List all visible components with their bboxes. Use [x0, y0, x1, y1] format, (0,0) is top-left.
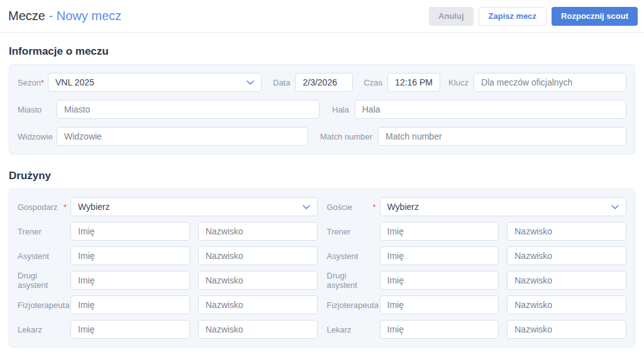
- away-coach-row: Trener: [327, 222, 627, 241]
- main-content: Informacje o meczu Sezon* VNL 2025 Data …: [0, 45, 644, 348]
- home-second-assistant-first-name-input[interactable]: [70, 271, 190, 290]
- city-label: Miasto: [18, 105, 57, 114]
- home-doctor-first-name-input[interactable]: [70, 320, 190, 339]
- away-doctor-first-name-input[interactable]: [380, 320, 499, 339]
- home-physiotherapist-last-name-input[interactable]: [198, 295, 318, 314]
- match-number-input[interactable]: [378, 127, 626, 146]
- away-doctor-row: Lekarz: [327, 320, 627, 339]
- match-info-heading: Informacje o meczu: [9, 45, 635, 58]
- home-assistant-row: Asystent: [18, 246, 318, 265]
- key-label: Klucz: [448, 78, 469, 87]
- home-assistant-last-name-input[interactable]: [198, 246, 318, 265]
- key-input[interactable]: [474, 73, 626, 92]
- match-info-row-1: Sezon* VNL 2025 Data Czas Klucz: [18, 73, 626, 92]
- header: Mecze - Nowy mecz Anuluj Zapisz mecz Roz…: [0, 0, 644, 33]
- away-doctor-last-name-input[interactable]: [507, 320, 626, 339]
- start-scout-button[interactable]: Rozpocznij scout: [552, 7, 638, 26]
- city-input[interactable]: [57, 100, 319, 119]
- home-team-select-value: Wybierz: [78, 202, 109, 212]
- hall-input[interactable]: [355, 100, 626, 119]
- away-second-assistant-first-name-input[interactable]: [380, 271, 499, 290]
- away-team-column: Goście* Wybierz Trener Asystent: [327, 197, 627, 339]
- home-doctor-label: Lekarz: [18, 325, 70, 334]
- required-marker: *: [64, 202, 67, 212]
- season-select[interactable]: VNL 2025: [48, 73, 262, 92]
- home-coach-first-name-input[interactable]: [70, 222, 190, 241]
- header-actions: Anuluj Zapisz mecz Rozpocznij scout: [429, 7, 638, 26]
- away-physiotherapist-row: Fizjoterapeuta: [327, 295, 627, 314]
- away-team-select-row: Goście* Wybierz: [327, 197, 627, 216]
- away-team-select[interactable]: Wybierz: [380, 197, 627, 216]
- spectators-label: Widzowie: [18, 132, 57, 141]
- home-coach-last-name-input[interactable]: [198, 222, 318, 241]
- page-title-main: Mecze: [8, 9, 45, 23]
- home-doctor-last-name-input[interactable]: [198, 320, 318, 339]
- away-second-assistant-label: Drugi asystent: [327, 271, 380, 290]
- home-physiotherapist-row: Fizjoterapeuta: [18, 295, 318, 314]
- match-info-panel: Sezon* VNL 2025 Data Czas Klucz Miasto H…: [9, 64, 635, 155]
- away-team-select-value: Wybierz: [387, 202, 419, 212]
- match-info-row-2: Miasto Hala: [18, 100, 626, 119]
- required-marker: *: [372, 202, 375, 212]
- away-assistant-last-name-input[interactable]: [507, 246, 626, 265]
- away-physiotherapist-label: Fizjoterapeuta: [327, 300, 380, 310]
- time-label: Czas: [364, 78, 382, 87]
- home-team-label: Gospodarz*: [18, 202, 70, 212]
- match-info-row-3: Widzowie Match number: [18, 127, 626, 146]
- teams-panel: Gospodarz* Wybierz Trener Asystent: [9, 189, 635, 348]
- date-label: Data: [273, 78, 290, 87]
- home-coach-label: Trener: [18, 227, 70, 236]
- chevron-down-icon: [611, 205, 619, 209]
- teams-grid: Gospodarz* Wybierz Trener Asystent: [18, 197, 626, 339]
- home-assistant-first-name-input[interactable]: [70, 246, 190, 265]
- hall-label: Hala: [332, 105, 349, 114]
- spectators-input[interactable]: [57, 127, 308, 146]
- away-coach-last-name-input[interactable]: [507, 222, 626, 241]
- home-second-assistant-row: Drugi asystent: [18, 271, 318, 290]
- page-title: Mecze - Nowy mecz: [8, 9, 121, 23]
- away-coach-first-name-input[interactable]: [380, 222, 499, 241]
- chevron-down-icon: [247, 80, 254, 85]
- home-physiotherapist-first-name-input[interactable]: [70, 295, 190, 314]
- page-subtitle: - Nowy mecz: [48, 9, 121, 23]
- home-doctor-row: Lekarz: [18, 320, 318, 339]
- save-match-button[interactable]: Zapisz mecz: [479, 7, 547, 26]
- date-input[interactable]: [295, 73, 353, 92]
- time-input[interactable]: [387, 73, 440, 92]
- home-coach-row: Trener: [18, 222, 318, 241]
- home-assistant-label: Asystent: [18, 251, 70, 261]
- teams-heading: Drużyny: [9, 170, 635, 182]
- season-label: Sezon*: [18, 78, 48, 87]
- away-assistant-label: Asystent: [327, 251, 380, 261]
- away-second-assistant-last-name-input[interactable]: [507, 271, 626, 290]
- home-team-column: Gospodarz* Wybierz Trener Asystent: [18, 197, 318, 339]
- season-select-value: VNL 2025: [55, 77, 94, 87]
- away-assistant-first-name-input[interactable]: [380, 246, 499, 265]
- away-doctor-label: Lekarz: [327, 325, 380, 334]
- chevron-down-icon: [303, 205, 310, 209]
- away-coach-label: Trener: [327, 227, 380, 236]
- away-physiotherapist-last-name-input[interactable]: [507, 295, 626, 314]
- away-second-assistant-row: Drugi asystent: [327, 271, 627, 290]
- home-physiotherapist-label: Fizjoterapeuta: [18, 300, 70, 310]
- away-assistant-row: Asystent: [327, 246, 627, 265]
- match-number-label: Match number: [320, 132, 372, 141]
- home-second-assistant-last-name-input[interactable]: [198, 271, 318, 290]
- away-team-label: Goście*: [327, 202, 380, 212]
- required-marker: *: [41, 78, 44, 87]
- away-physiotherapist-first-name-input[interactable]: [380, 295, 499, 314]
- cancel-button[interactable]: Anuluj: [429, 7, 473, 26]
- home-team-select[interactable]: Wybierz: [70, 197, 318, 216]
- home-second-assistant-label: Drugi asystent: [18, 271, 70, 290]
- home-team-select-row: Gospodarz* Wybierz: [18, 197, 318, 216]
